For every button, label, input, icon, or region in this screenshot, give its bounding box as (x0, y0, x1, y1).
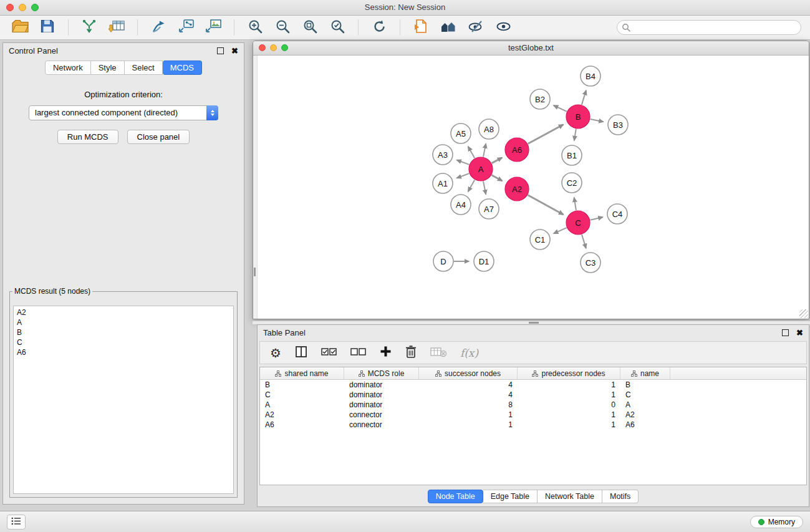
edge-B-B1[interactable] (574, 129, 576, 141)
edge-B-B2[interactable] (554, 105, 567, 112)
grip-handle[interactable] (254, 268, 256, 276)
import-file-button[interactable] (410, 18, 432, 37)
zoom-fit-button[interactable] (299, 18, 321, 37)
select-all-button[interactable] (321, 347, 337, 359)
left-grip-bar[interactable] (253, 56, 258, 319)
tab-network-table[interactable]: Network Table (538, 490, 602, 503)
function-builder-button[interactable]: f(x) (460, 347, 478, 359)
node-A2[interactable]: A2 (505, 177, 529, 201)
save-session-button[interactable] (36, 18, 59, 37)
node-A3[interactable]: A3 (433, 145, 453, 165)
edge-B-B3[interactable] (591, 119, 604, 122)
node-B3[interactable]: B3 (608, 115, 628, 135)
table-row[interactable]: Cdominator41C (260, 390, 806, 400)
node-B4[interactable]: B4 (581, 66, 600, 86)
import-table-button[interactable] (105, 18, 128, 37)
new-network-from-selection-button[interactable] (175, 18, 197, 37)
list-item[interactable]: A2 (14, 307, 233, 317)
close-panel-icon[interactable]: ✖ (231, 47, 238, 55)
edge-A2-C[interactable] (528, 195, 564, 215)
import-network-button[interactable] (78, 18, 100, 37)
hide-selected-button[interactable] (465, 18, 487, 37)
tab-style[interactable]: Style (91, 60, 125, 75)
node-C2[interactable]: C2 (562, 173, 582, 193)
network-home-button[interactable] (437, 18, 460, 37)
delete-row-button[interactable] (405, 345, 417, 361)
edge-A-A5[interactable] (468, 147, 475, 158)
close-panel-button[interactable]: Close panel (127, 130, 190, 144)
list-item[interactable]: A6 (14, 347, 233, 357)
edge-A-A2[interactable] (492, 175, 503, 181)
zoom-window-button[interactable] (31, 4, 39, 11)
edge-A-A8[interactable] (483, 144, 486, 157)
refresh-button[interactable] (368, 18, 390, 37)
node-A1[interactable]: A1 (433, 173, 453, 193)
zoom-network-window-button[interactable] (281, 44, 288, 51)
node-B1[interactable]: B1 (562, 145, 582, 165)
close-network-window-button[interactable] (259, 44, 266, 51)
task-history-button[interactable] (7, 515, 26, 530)
node-C3[interactable]: C3 (581, 253, 600, 273)
tab-node-table[interactable]: Node Table (428, 490, 483, 503)
column-header-shared-name[interactable]: shared name (260, 367, 344, 379)
node-A7[interactable]: A7 (479, 199, 499, 219)
edge-A-A3[interactable] (457, 160, 470, 165)
float-panel-icon[interactable] (782, 329, 789, 336)
divider-handle[interactable] (529, 322, 539, 324)
close-panel-icon[interactable]: ✖ (796, 329, 803, 337)
tab-select[interactable]: Select (125, 60, 163, 75)
column-header-successor-nodes[interactable]: successor nodes (419, 367, 518, 379)
table-row[interactable]: A2connector11A2 (260, 410, 806, 420)
node-C1[interactable]: C1 (530, 230, 550, 249)
show-all-button[interactable] (492, 18, 514, 37)
table-row[interactable]: Bdominator41B (260, 380, 806, 390)
table-row[interactable]: A6connector11A6 (260, 420, 806, 430)
table-settings-button[interactable]: ⚙ (270, 347, 281, 359)
add-row-button[interactable] (380, 346, 392, 360)
delete-table-button[interactable] (430, 346, 446, 360)
node-A5[interactable]: A5 (451, 123, 471, 143)
edge-C-C3[interactable] (582, 235, 586, 248)
float-panel-icon[interactable] (217, 47, 224, 54)
minimize-network-window-button[interactable] (270, 44, 277, 51)
edge-A-A4[interactable] (468, 180, 475, 191)
edge-C-C1[interactable] (554, 228, 567, 233)
node-B2[interactable]: B2 (530, 89, 550, 109)
zoom-selected-button[interactable] (326, 18, 349, 37)
node-D1[interactable]: D1 (474, 251, 494, 271)
node-C4[interactable]: C4 (607, 204, 627, 224)
column-header-predecessor-nodes[interactable]: predecessor nodes (518, 367, 620, 379)
mcds-result-list[interactable]: A2ABCA6 (13, 306, 234, 494)
edge-A-A7[interactable] (483, 181, 486, 195)
edge-A-A1[interactable] (457, 173, 470, 178)
table-row[interactable]: Adominator80A (260, 400, 806, 410)
node-D[interactable]: D (433, 251, 453, 271)
zoom-out-button[interactable] (271, 18, 294, 37)
edge-C-C4[interactable] (591, 217, 603, 220)
memory-button[interactable]: Memory (750, 516, 803, 528)
close-window-button[interactable] (6, 4, 14, 11)
tab-network[interactable]: Network (45, 60, 91, 75)
node-A4[interactable]: A4 (451, 195, 471, 215)
edge-B-B4[interactable] (582, 90, 586, 105)
node-C[interactable]: C (566, 211, 590, 235)
resize-corner-handle[interactable] (799, 309, 808, 318)
search-input[interactable] (617, 20, 801, 35)
deselect-all-button[interactable] (350, 347, 366, 359)
node-A8[interactable]: A8 (479, 119, 499, 139)
node-B[interactable]: B (566, 105, 590, 128)
network-graph[interactable]: B4B2BB3B1C2A5A8A6A3AA1A2A4A7C4CC1C3DD1 (253, 56, 809, 319)
combo-stepper-icon[interactable] (206, 105, 218, 120)
edge-A6-B[interactable] (528, 125, 564, 144)
zoom-in-button[interactable] (244, 18, 266, 37)
node-A6[interactable]: A6 (505, 138, 529, 162)
edge-A-A6[interactable] (492, 158, 503, 163)
edge-C-C2[interactable] (574, 198, 576, 211)
minimize-window-button[interactable] (19, 4, 26, 11)
list-item[interactable]: A (14, 317, 233, 327)
list-item[interactable]: C (14, 337, 233, 347)
node-A[interactable]: A (469, 157, 493, 181)
tab-mcds[interactable]: MCDS (163, 60, 202, 75)
show-column-button[interactable] (295, 346, 307, 360)
tab-edge-table[interactable]: Edge Table (483, 490, 538, 503)
